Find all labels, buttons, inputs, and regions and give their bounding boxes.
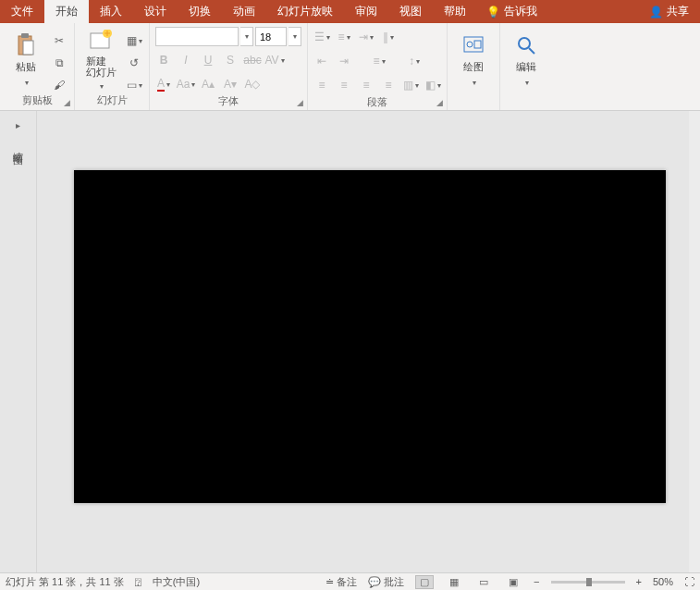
paragraph-dialog-launcher[interactable]: ◢ [434, 97, 445, 108]
font-name-dropdown[interactable]: ▾ [240, 27, 253, 46]
svg-rect-2 [23, 41, 33, 55]
layout-icon: ▦ [127, 34, 137, 47]
expand-thumbnails-button[interactable]: ▸ [16, 120, 20, 130]
group-font: ▾ ▾ B I U S abc AV A Aa A▴ A▾ A◇ 字体 ◢ [150, 23, 308, 110]
list-level-button[interactable]: ⇥ [358, 29, 375, 45]
thumbnail-panel-collapsed: ▸ 缩略图 [0, 111, 37, 572]
svg-line-9 [529, 48, 534, 54]
tab-review[interactable]: 审阅 [344, 0, 388, 23]
italic-button[interactable]: I [178, 52, 194, 68]
font-dialog-launcher[interactable]: ◢ [294, 97, 305, 108]
new-slide-icon [88, 28, 114, 54]
tab-slideshow[interactable]: 幻灯片放映 [266, 0, 344, 23]
tab-transitions[interactable]: 切换 [178, 0, 222, 23]
tab-home[interactable]: 开始 [44, 0, 89, 23]
notes-icon: ≐ [325, 576, 334, 588]
tab-view[interactable]: 视图 [388, 0, 433, 23]
reading-view-button[interactable]: ▭ [474, 575, 493, 589]
cut-button[interactable]: ✂ [50, 32, 68, 49]
align-left-button[interactable]: ≡ [313, 77, 330, 93]
columns-button[interactable]: ▥ [402, 77, 419, 93]
zoom-out-button[interactable]: − [534, 576, 539, 587]
slides-group-label: 幻灯片 [80, 93, 143, 109]
search-icon [513, 32, 539, 58]
tab-insert[interactable]: 插入 [89, 0, 133, 23]
smartart-button[interactable]: ◧ [424, 77, 441, 93]
vertical-scrollbar[interactable] [689, 111, 700, 572]
group-paragraph: ☰ ≡ ⇥ ‖ ⇤ ⇥ ≡ ↕ ≡ ≡ ≡ ≡ ▥ ◧ 段落 [308, 23, 448, 110]
char-spacing-button[interactable]: AV [266, 52, 283, 68]
justify-button[interactable]: ≡ [380, 77, 397, 93]
editing-button[interactable]: 编辑 [506, 27, 546, 92]
spellcheck-icon[interactable]: ⍰ [135, 576, 141, 587]
clipboard-dialog-launcher[interactable]: ◢ [61, 97, 72, 108]
shadow-button[interactable]: S [222, 52, 239, 68]
text-direction-button[interactable]: ↕ [406, 53, 423, 69]
increase-indent-button[interactable]: ⇥ [336, 53, 352, 69]
numbering-button[interactable]: ≡ [336, 29, 352, 45]
brush-icon: 🖌 [54, 79, 65, 92]
zoom-slider-thumb[interactable] [586, 578, 592, 586]
comments-label: 批注 [384, 575, 404, 589]
thumbnail-panel-label: 缩略图 [11, 143, 25, 149]
font-size-dropdown[interactable]: ▾ [289, 27, 301, 46]
zoom-in-button[interactable]: + [636, 576, 642, 587]
paste-button[interactable]: 粘贴 [6, 27, 46, 92]
normal-view-button[interactable]: ▢ [415, 575, 434, 589]
clear-format-button[interactable]: A◇ [244, 76, 261, 92]
drawing-button[interactable]: 绘图 [453, 27, 494, 92]
tab-design[interactable]: 设计 [133, 0, 178, 23]
shrink-font-button[interactable]: A▾ [222, 76, 239, 92]
bullets-button[interactable]: ☰ [313, 29, 330, 45]
reset-icon: ↺ [129, 56, 139, 69]
font-size-input[interactable] [255, 27, 287, 46]
change-case-button[interactable]: Aa [178, 76, 194, 92]
fit-to-window-button[interactable]: ⛶ [684, 576, 694, 587]
svg-rect-1 [21, 33, 29, 38]
tell-me[interactable]: 💡 告诉我 [477, 4, 546, 19]
decrease-indent-button[interactable]: ⇤ [313, 53, 330, 69]
comments-button[interactable]: 💬批注 [368, 575, 404, 589]
copy-button[interactable]: ⧉ [50, 55, 68, 71]
drawing-group-label [453, 106, 494, 108]
paragraph-group-label: 段落 [313, 95, 441, 111]
font-name-input[interactable] [155, 27, 239, 46]
editing-label: 编辑 [516, 60, 536, 74]
zoom-level[interactable]: 50% [653, 576, 673, 587]
tab-help[interactable]: 帮助 [433, 0, 477, 23]
tab-animations[interactable]: 动画 [222, 0, 266, 23]
slide-sorter-button[interactable]: ▦ [445, 575, 463, 589]
reset-button[interactable]: ↺ [125, 55, 143, 71]
align-button[interactable]: ≡ [371, 53, 387, 69]
grow-font-button[interactable]: A▴ [200, 76, 216, 92]
language-indicator[interactable]: 中文(中国) [153, 575, 200, 589]
section-icon: ▭ [127, 79, 137, 92]
align-center-button[interactable]: ≡ [336, 77, 352, 93]
align-right-button[interactable]: ≡ [358, 77, 375, 93]
new-slide-button[interactable]: 新建 幻灯片 [80, 27, 121, 92]
font-group-label: 字体 [155, 94, 301, 110]
slide-counter[interactable]: 幻灯片 第 11 张，共 11 张 [6, 575, 124, 589]
ribbon-tabs: 文件 开始 插入 设计 切换 动画 幻灯片放映 审阅 视图 帮助 💡 告诉我 👤… [0, 0, 700, 23]
slideshow-view-button[interactable]: ▣ [504, 575, 522, 589]
font-color-button[interactable]: A [155, 76, 172, 92]
drawing-label: 绘图 [463, 60, 484, 74]
slide[interactable] [74, 170, 666, 503]
slide-canvas-area [37, 111, 700, 572]
line-spacing-button[interactable]: ‖ [380, 29, 397, 45]
drawing-dropdown-icon [471, 76, 476, 87]
tab-file[interactable]: 文件 [0, 0, 44, 23]
share-button[interactable]: 👤 共享 [638, 4, 700, 19]
editing-dropdown-icon [523, 76, 529, 87]
lightbulb-icon: 💡 [486, 6, 500, 18]
scissors-icon: ✂ [55, 34, 64, 47]
section-button[interactable]: ▭ [125, 77, 143, 93]
notes-button[interactable]: ≐备注 [325, 575, 357, 589]
strike-button[interactable]: abc [244, 52, 261, 68]
underline-button[interactable]: U [200, 52, 216, 68]
group-slides: 新建 幻灯片 ▦ ↺ ▭ 幻灯片 [75, 23, 150, 110]
zoom-slider[interactable] [551, 581, 625, 584]
bold-button[interactable]: B [155, 52, 172, 68]
format-painter-button[interactable]: 🖌 [50, 77, 68, 93]
layout-button[interactable]: ▦ [125, 32, 143, 49]
